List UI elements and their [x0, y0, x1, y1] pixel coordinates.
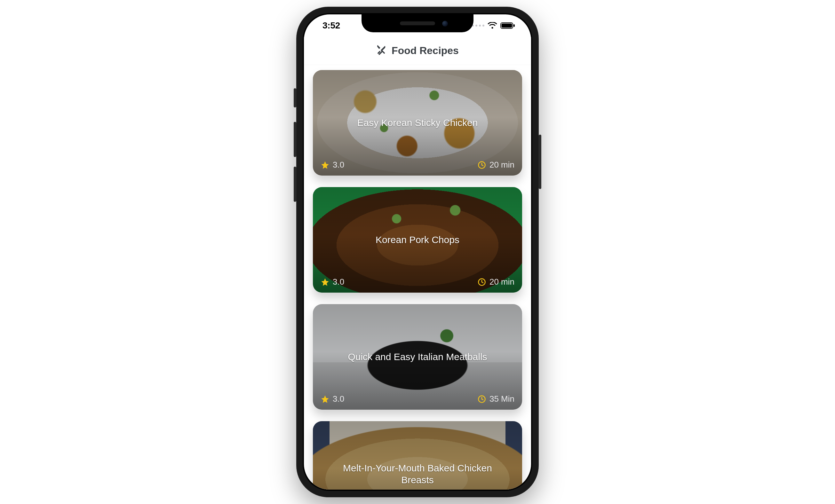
volume-up-button: [294, 122, 296, 157]
recipe-card[interactable]: Easy Korean Sticky Chicken 3.0 20 min: [313, 70, 522, 175]
time-value: 20 min: [489, 160, 514, 170]
cellular-signal-icon: [472, 25, 484, 26]
time-group: 20 min: [477, 160, 514, 170]
rating-group: 3.0: [321, 160, 344, 170]
recipe-card[interactable]: Melt-In-Your-Mouth Baked Chicken Breasts…: [313, 421, 522, 490]
front-camera: [442, 21, 448, 26]
page-title: Food Recipes: [392, 45, 459, 57]
volume-down-button: [294, 167, 296, 202]
time-group: 20 min: [477, 277, 514, 287]
recipe-title: Melt-In-Your-Mouth Baked Chicken Breasts: [313, 462, 522, 486]
recipe-title: Quick and Easy Italian Meatballs: [335, 351, 500, 363]
rating-group: 3.0: [321, 394, 344, 404]
recipe-list[interactable]: Easy Korean Sticky Chicken 3.0 20 min: [304, 65, 531, 490]
time-value: 35 Min: [489, 394, 514, 404]
star-icon: [321, 395, 329, 404]
power-button: [539, 134, 541, 189]
recipe-card[interactable]: Korean Pork Chops 3.0 20 min: [313, 187, 522, 293]
clock-icon: [477, 161, 486, 169]
rating-value: 3.0: [333, 394, 344, 404]
speaker-grille: [400, 21, 435, 25]
rating-group: 3.0: [321, 277, 344, 287]
star-icon: [321, 161, 329, 169]
time-group: 35 Min: [477, 394, 514, 404]
clock-icon: [477, 278, 486, 287]
screen: 3:52: [304, 14, 531, 490]
clock-icon: [477, 395, 486, 404]
app-header: Food Recipes: [304, 37, 531, 65]
phone-frame: 3:52: [296, 7, 539, 497]
rating-value: 3.0: [333, 277, 344, 287]
recipe-card[interactable]: Quick and Easy Italian Meatballs 3.0 35: [313, 304, 522, 410]
status-icons: [472, 22, 515, 29]
notch: [362, 14, 473, 32]
svg-rect-1: [502, 24, 512, 28]
recipe-title: Easy Korean Sticky Chicken: [345, 117, 491, 129]
wifi-icon: [488, 22, 497, 29]
star-icon: [321, 278, 329, 287]
battery-icon: [501, 22, 515, 29]
mute-switch: [294, 88, 296, 107]
svg-rect-2: [513, 24, 515, 27]
recipe-title: Korean Pork Chops: [363, 234, 472, 246]
rating-value: 3.0: [333, 160, 344, 170]
utensils-icon: [376, 45, 386, 57]
status-time: 3:52: [323, 20, 340, 31]
time-value: 20 min: [489, 277, 514, 287]
